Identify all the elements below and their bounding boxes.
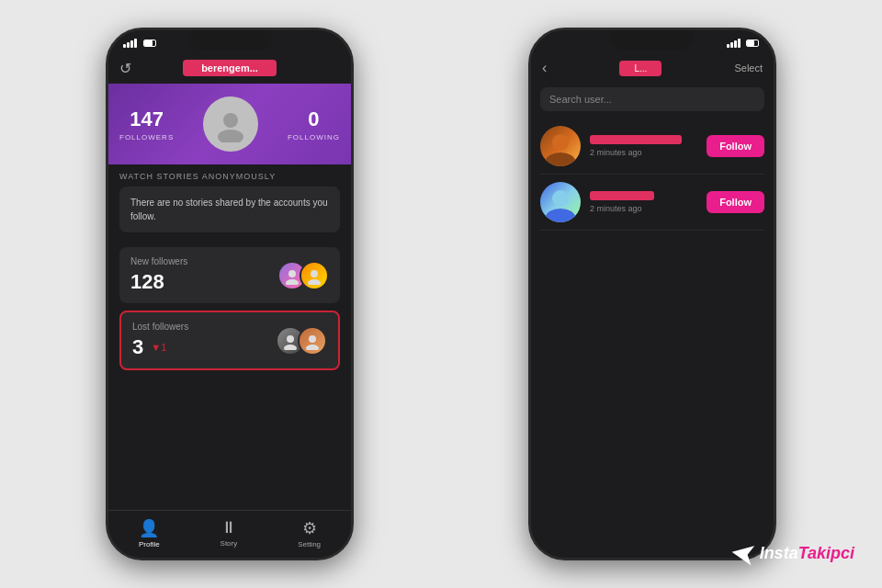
user-item-2[interactable]: 2 minutes ago Follow — [540, 175, 764, 231]
nav-settings[interactable]: ⚙ Setting — [298, 518, 321, 548]
svg-point-4 — [311, 270, 318, 277]
svg-point-3 — [286, 279, 299, 285]
story-nav-icon: ⏸ — [220, 518, 237, 537]
right-phone: 5:00 ‹ L... Select — [528, 28, 776, 560]
search-bar[interactable]: Search user... — [540, 87, 764, 111]
left-header: ↺ berengem... — [108, 56, 351, 84]
brand-part1: Insta — [760, 544, 798, 562]
svg-point-6 — [287, 335, 294, 343]
r-signal-1 — [727, 44, 729, 48]
stories-section: WATCH STORIES ANONYMOUSLY There are no s… — [108, 164, 351, 240]
follow-button-1[interactable]: Follow — [707, 135, 764, 157]
lost-followers-count: 3 — [132, 335, 143, 359]
r-signal-4 — [738, 39, 741, 48]
signal-bar-4 — [134, 39, 137, 48]
watermark-arrow-icon: ➤ — [729, 536, 757, 571]
svg-point-5 — [308, 279, 321, 285]
follower-avatar-2 — [300, 261, 329, 290]
new-followers-count: 128 — [130, 270, 187, 294]
right-screen: 5:00 ‹ L... Select — [531, 30, 774, 558]
svg-point-0 — [223, 113, 238, 128]
followers-section[interactable]: New followers 128 — [108, 240, 351, 381]
user-avatar-2 — [540, 182, 581, 222]
svg-point-7 — [284, 345, 297, 350]
username-bar-left: berengem... — [183, 60, 277, 76]
lost-followers-info: Lost followers 3 ▼1 — [132, 322, 188, 359]
watermark-brand: InstaTakipci — [760, 544, 854, 563]
profile-nav-label: Profile — [139, 540, 160, 548]
volume-btn-2 — [106, 168, 107, 200]
signal-bar-3 — [130, 40, 133, 48]
user-info-2: 2 minutes ago — [590, 191, 697, 213]
following-stats: 0 FOLLOWING — [288, 107, 340, 141]
nav-profile[interactable]: 👤 Profile — [139, 518, 160, 548]
new-followers-info: New followers 128 — [130, 256, 187, 294]
lost-followers-label: Lost followers — [132, 322, 188, 332]
back-icon-right[interactable]: ‹ — [542, 60, 547, 76]
settings-nav-label: Setting — [298, 540, 321, 548]
followers-stats: 147 FOLLOWERS — [119, 107, 174, 141]
svg-point-12 — [552, 190, 569, 207]
user-name-bar-2 — [590, 191, 654, 200]
right-status-icons — [727, 39, 759, 48]
user-avatar-1 — [540, 126, 581, 166]
purple-stats-banner: 147 FOLLOWERS 0 FOLLOWING — [108, 84, 351, 164]
svg-point-2 — [288, 270, 296, 277]
new-followers-avatars — [277, 261, 329, 290]
followers-label: FOLLOWERS — [119, 133, 174, 141]
brand-part2: Takipci — [798, 544, 854, 562]
settings-nav-icon: ⚙ — [302, 518, 317, 538]
r-signal-2 — [730, 42, 733, 48]
stories-title: WATCH STORIES ANONYMOUSLY — [119, 172, 340, 181]
signal-bar-1 — [123, 44, 126, 48]
svg-point-10 — [552, 134, 569, 151]
followers-count: 147 — [130, 107, 164, 131]
left-phone: ↺ berengem... 147 FOLLOWERS 0 FOLLOWI — [106, 28, 354, 560]
lost-avatar-2 — [298, 326, 327, 356]
svg-point-1 — [218, 130, 243, 142]
right-vol-btn-1 — [528, 122, 530, 154]
story-nav-label: Story — [220, 539, 238, 548]
lost-followers-card[interactable]: Lost followers 3 ▼1 — [119, 311, 340, 370]
r-signal-3 — [734, 40, 737, 48]
nav-story[interactable]: ⏸ Story — [220, 518, 238, 548]
phone-notch-right — [611, 30, 694, 51]
right-header: ‹ L... Select — [531, 56, 774, 84]
signal-bar-2 — [127, 42, 130, 48]
signal-area — [123, 39, 156, 48]
follow-button-2[interactable]: Follow — [707, 191, 764, 213]
screenshot-container: ↺ berengem... 147 FOLLOWERS 0 FOLLOWI — [0, 0, 882, 588]
new-followers-card[interactable]: New followers 128 — [119, 247, 340, 303]
volume-btn-1 — [106, 122, 107, 154]
stories-box: There are no stories shared by the accou… — [119, 187, 340, 232]
lost-change-indicator: ▼1 — [151, 342, 166, 353]
svg-point-9 — [306, 345, 319, 350]
profile-nav-icon: 👤 — [139, 518, 159, 538]
user-item-1[interactable]: 2 minutes ago Follow — [540, 119, 764, 175]
username-bar-right: L... — [619, 61, 662, 76]
power-btn-left — [352, 150, 354, 200]
stories-message: There are no stories shared by the accou… — [130, 196, 329, 223]
avatar-icon — [212, 106, 249, 142]
phone-notch-left — [188, 30, 271, 51]
right-vol-btn-2 — [528, 168, 530, 200]
back-icon-left[interactable]: ↺ — [119, 60, 131, 77]
user-info-1: 2 minutes ago — [590, 135, 697, 157]
following-label: FOLLOWING — [288, 133, 340, 141]
svg-point-11 — [546, 153, 575, 166]
watermark: ➤ InstaTakipci — [731, 537, 854, 570]
user-time-1: 2 minutes ago — [590, 148, 697, 157]
svg-point-13 — [546, 209, 575, 222]
profile-avatar[interactable] — [203, 96, 258, 152]
following-count: 0 — [308, 107, 319, 131]
user-time-2: 2 minutes ago — [590, 204, 697, 213]
lost-followers-avatars — [276, 326, 327, 356]
select-button[interactable]: Select — [734, 62, 763, 74]
new-followers-label: New followers — [130, 256, 187, 266]
user-name-bar-1 — [590, 135, 682, 144]
right-power-btn — [775, 150, 776, 200]
svg-point-8 — [309, 335, 316, 343]
user-list: 2 minutes ago Follow 2 minutes ago — [531, 119, 774, 558]
bottom-nav: 👤 Profile ⏸ Story ⚙ Setting — [108, 510, 351, 558]
left-screen: ↺ berengem... 147 FOLLOWERS 0 FOLLOWI — [108, 30, 351, 558]
